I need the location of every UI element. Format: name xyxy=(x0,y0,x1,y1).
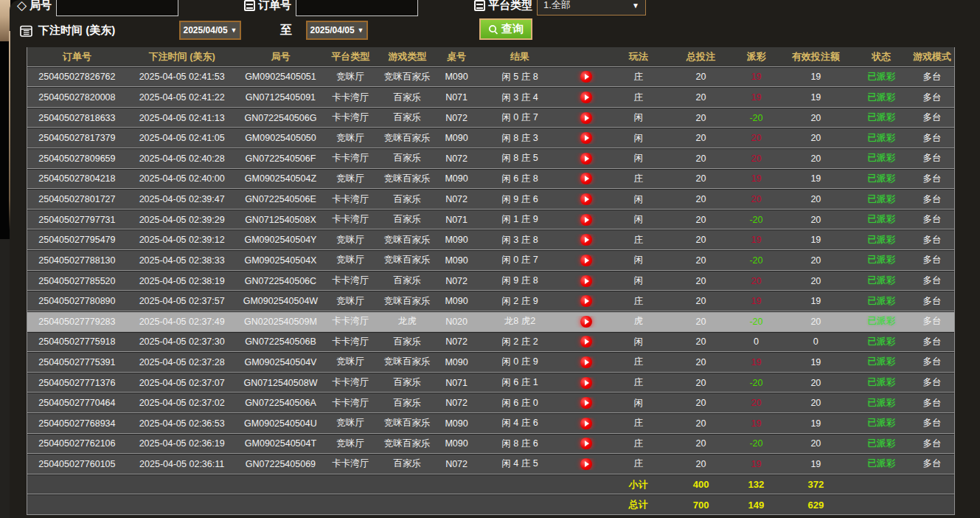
table-row[interactable]: 250405027785520 2025-04-05 02:38:19 GN07… xyxy=(27,271,954,291)
list-icon xyxy=(474,0,485,11)
calendar-icon xyxy=(20,24,32,37)
subtotal-label: 小计 xyxy=(608,478,669,491)
cell-time: 2025-04-05 02:37:57 xyxy=(127,296,237,306)
records-panel: ◇ 局号 订单号 平台类型 1.全部 ▼ xyxy=(10,0,980,518)
cell-time: 2025-04-05 02:38:19 xyxy=(127,276,237,286)
search-button[interactable]: 查询 xyxy=(479,18,532,40)
table-row[interactable]: 250405027770464 2025-04-05 02:37:02 GN07… xyxy=(27,393,954,413)
date-to-select[interactable]: 2025/04/05 ▼ xyxy=(306,21,368,40)
replay-play-icon[interactable] xyxy=(580,418,592,429)
cell-status: 已派彩 xyxy=(852,417,910,429)
replay-play-icon[interactable] xyxy=(580,336,592,348)
header-game: 游戏类型 xyxy=(377,50,437,63)
replay-play-icon[interactable] xyxy=(580,458,592,470)
replay-play-icon[interactable] xyxy=(580,193,592,205)
replay-play-icon[interactable] xyxy=(580,234,592,246)
cell-mode: 多台 xyxy=(910,397,954,410)
replay-play-icon[interactable] xyxy=(580,91,592,103)
table-row[interactable]: 250405027780890 2025-04-05 02:37:57 GM09… xyxy=(27,291,954,311)
list-icon xyxy=(244,0,255,11)
cell-table-no: N020 xyxy=(437,317,476,327)
cell-result: 闲 4 庄 6 xyxy=(476,417,564,429)
subtotal-valid-bet: 372 xyxy=(779,479,852,490)
replay-play-icon[interactable] xyxy=(580,275,592,287)
replay-play-icon[interactable] xyxy=(580,377,592,389)
table-row[interactable]: 250405027817379 2025-04-05 02:41:05 GM09… xyxy=(27,128,954,148)
cell-game: 百家乐 xyxy=(377,397,437,410)
table-row[interactable]: 250405027797731 2025-04-05 02:39:29 GN07… xyxy=(27,210,954,230)
cell-play: 庄 xyxy=(608,376,669,389)
cell-payout: 19 xyxy=(734,92,779,103)
table-row[interactable]: 250405027775918 2025-04-05 02:37:30 GN07… xyxy=(27,332,954,353)
table-row[interactable]: 250405027804218 2025-04-05 02:40:00 GM09… xyxy=(27,169,954,190)
replay-play-icon[interactable] xyxy=(580,316,592,328)
replay-play-icon[interactable] xyxy=(580,255,592,266)
cell-status: 已派彩 xyxy=(852,336,910,348)
table-row[interactable]: 250405027801727 2025-04-05 02:39:47 GN07… xyxy=(27,189,954,210)
date-from-select[interactable]: 2025/04/05 ▼ xyxy=(179,21,241,40)
cell-platform: 卡卡湾厅 xyxy=(324,336,377,348)
subtotal-row: 小计 400 132 372 xyxy=(27,474,954,495)
header-result: 结果 xyxy=(476,50,564,63)
cell-status: 已派彩 xyxy=(852,376,910,389)
cell-order: 250405027820008 xyxy=(27,92,127,103)
cell-order: 250405027797731 xyxy=(27,215,127,225)
cell-payout: -20 xyxy=(734,113,779,123)
cell-round: GN0722540506B xyxy=(237,336,324,347)
table-row[interactable]: 250405027760105 2025-04-05 02:36:11 GN07… xyxy=(27,454,954,474)
cell-order: 250405027817379 xyxy=(27,133,127,143)
replay-play-icon[interactable] xyxy=(580,295,592,307)
records-table: 订单号 下注时间 (美东) 局号 平台类型 游戏类型 桌号 结果 玩法 总投注 … xyxy=(27,47,955,515)
cell-result: 闲 5 庄 8 xyxy=(476,71,564,83)
cell-mode: 多台 xyxy=(910,295,954,308)
cell-mode: 多台 xyxy=(910,254,954,266)
cell-play: 闲 xyxy=(608,274,669,287)
table-row[interactable]: 250405027795479 2025-04-05 02:39:12 GM09… xyxy=(27,229,954,250)
replay-play-icon[interactable] xyxy=(580,397,592,409)
cell-status: 已派彩 xyxy=(852,457,910,470)
cell-round: GN0722540506E xyxy=(237,194,324,204)
cell-order: 250405027770464 xyxy=(27,398,127,408)
cell-platform: 卡卡湾厅 xyxy=(324,91,377,104)
cell-play: 庄 xyxy=(608,356,669,368)
table-row[interactable]: 250405027775391 2025-04-05 02:37:28 GM09… xyxy=(27,352,954,373)
cell-total-bet: 20 xyxy=(669,418,734,429)
cell-time: 2025-04-05 02:37:28 xyxy=(127,357,237,367)
replay-play-icon[interactable] xyxy=(580,71,592,83)
cell-table-no: N072 xyxy=(437,194,476,204)
replay-play-icon[interactable] xyxy=(580,214,592,226)
cell-game: 百家乐 xyxy=(377,193,437,206)
cell-round: GN0712540508W xyxy=(237,378,324,388)
cell-play: 庄 xyxy=(608,438,669,450)
table-row[interactable]: 250405027818633 2025-04-05 02:41:13 GN07… xyxy=(27,108,954,128)
cell-mode: 多台 xyxy=(910,91,954,104)
round-number-input[interactable] xyxy=(56,0,178,16)
replay-play-icon[interactable] xyxy=(580,112,592,124)
replay-play-icon[interactable] xyxy=(580,356,592,368)
cell-result: 闲 8 庄 3 xyxy=(476,132,564,145)
replay-play-icon[interactable] xyxy=(580,173,592,184)
replay-play-icon[interactable] xyxy=(580,132,592,144)
cell-game: 百家乐 xyxy=(377,111,437,124)
cell-table-no: N071 xyxy=(437,92,476,103)
cell-payout: -20 xyxy=(734,317,779,327)
cell-total-bet: 20 xyxy=(669,276,734,286)
grand-total-row: 总计 700 149 629 xyxy=(27,494,954,515)
cell-mode: 多台 xyxy=(910,274,954,287)
cell-time: 2025-04-05 02:39:29 xyxy=(127,215,237,225)
table-row[interactable]: 250405027762106 2025-04-05 02:36:19 GM09… xyxy=(27,434,954,455)
table-header-row: 订单号 下注时间 (美东) 局号 平台类型 游戏类型 桌号 结果 玩法 总投注 … xyxy=(27,47,954,67)
order-number-input[interactable] xyxy=(296,0,418,16)
platform-type-select[interactable]: 1.全部 ▼ xyxy=(537,0,646,15)
cell-total-bet: 20 xyxy=(669,113,734,123)
cell-table-no: N072 xyxy=(437,276,476,286)
table-row[interactable]: 250405027771376 2025-04-05 02:37:07 GN07… xyxy=(27,373,954,393)
table-row[interactable]: 250405027768934 2025-04-05 02:36:53 GM09… xyxy=(27,413,954,434)
table-row[interactable]: 250405027820008 2025-04-05 02:41:22 GN07… xyxy=(27,87,954,108)
table-row[interactable]: 250405027826762 2025-04-05 02:41:53 GM09… xyxy=(27,67,954,88)
table-row[interactable]: 250405027809659 2025-04-05 02:40:28 GN07… xyxy=(27,148,954,169)
replay-play-icon[interactable] xyxy=(580,153,592,165)
table-row[interactable]: 250405027788130 2025-04-05 02:38:33 GM09… xyxy=(27,250,954,271)
table-row[interactable]: 250405027779283 2025-04-05 02:37:49 GN02… xyxy=(27,311,954,332)
replay-play-icon[interactable] xyxy=(580,438,592,449)
